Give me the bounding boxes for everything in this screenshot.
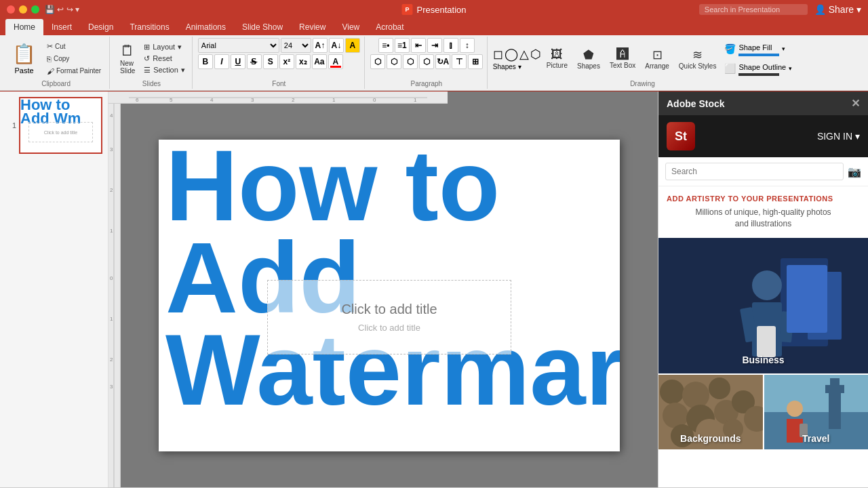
shape-2[interactable]: ◯: [505, 47, 518, 62]
tab-transitions[interactable]: Transitions: [121, 19, 177, 35]
justify-button[interactable]: ⬡: [419, 54, 434, 69]
textbox-button[interactable]: 🅰 Text Box: [606, 46, 639, 70]
layout-button[interactable]: ⊞Layout▾: [141, 42, 188, 52]
svg-text:1: 1: [110, 316, 113, 322]
drawing-group-content: ◻ ◯ △ ⬡ Shapes ▾ 🖼 Picture ⬟: [493, 38, 792, 79]
font-name-select[interactable]: Arial: [198, 38, 279, 53]
new-slide-label: NewSlide: [120, 60, 135, 75]
section-button[interactable]: ☰Section▾: [141, 65, 188, 75]
shape-fill-button[interactable]: 🪣 Shape Fill ▾: [724, 41, 792, 56]
arrange-button[interactable]: ⊡ Arrange: [641, 46, 673, 71]
align-left-button[interactable]: ⬡: [370, 54, 385, 69]
stock-search-input[interactable]: [665, 163, 844, 180]
decrease-font-button[interactable]: A↓: [329, 38, 344, 53]
minimize-window-button[interactable]: [19, 5, 27, 14]
font-group-content: Arial 24 A↑ A↓ A B I U S̶ S x² x₂: [198, 38, 360, 79]
tab-view[interactable]: View: [334, 19, 368, 35]
quick-styles-button[interactable]: ≋ Quick Styles: [675, 46, 721, 71]
tab-review[interactable]: Review: [291, 19, 334, 35]
maximize-window-button[interactable]: [31, 5, 39, 14]
stock-signin-button[interactable]: SIGN IN ▾: [817, 131, 860, 142]
shadow-button[interactable]: S: [263, 54, 278, 69]
strikethrough-button[interactable]: S̶: [247, 54, 262, 69]
slides-group: 🗒 NewSlide ⊞Layout▾ ↺Reset ☰Section▾ Sli…: [111, 37, 193, 89]
slide-canvas[interactable]: How to Add Watermark Click to add title …: [159, 140, 620, 451]
shapes-dropdown[interactable]: Shapes ▾: [493, 63, 541, 70]
bullets-button[interactable]: ≡•: [378, 38, 393, 53]
arrange-icon: ⊡: [652, 47, 663, 62]
ruler-v-svg: 4 3 2 1 0 1 2 3: [108, 104, 119, 487]
align-right-button[interactable]: ⬡: [403, 54, 418, 69]
slides-group-content: 🗒 NewSlide ⊞Layout▾ ↺Reset ☰Section▾: [115, 38, 188, 79]
tab-design[interactable]: Design: [80, 19, 121, 35]
tab-acrobat[interactable]: Acrobat: [368, 19, 412, 35]
format-painter-button[interactable]: 🖌Format Painter: [43, 66, 105, 77]
smartart-button[interactable]: ⊞: [468, 54, 483, 69]
travel-category[interactable]: Travel: [764, 375, 869, 449]
superscript-button[interactable]: x²: [279, 54, 294, 69]
shape-outline-button[interactable]: ⬜ Shape Outline ▾: [724, 60, 792, 76]
quick-styles-icon: ≋: [692, 47, 703, 62]
user-icon[interactable]: 👤 Share ▾: [814, 4, 861, 15]
shape-fill-icon: 🪣: [724, 43, 736, 54]
increase-indent-button[interactable]: ⇥: [427, 38, 442, 53]
svg-point-34: [709, 378, 730, 399]
reset-button[interactable]: ↺Reset: [141, 54, 188, 64]
stock-panel-close[interactable]: ✕: [851, 97, 860, 110]
increase-font-button[interactable]: A↑: [313, 38, 328, 53]
new-slide-button[interactable]: 🗒 NewSlide: [115, 38, 140, 79]
fontcolor-button[interactable]: A: [328, 54, 343, 69]
copy-button[interactable]: ⎘Copy: [43, 54, 105, 64]
clear-format-button[interactable]: A: [345, 38, 360, 53]
paste-button[interactable]: 📋 Paste: [7, 40, 41, 77]
slide-thumb[interactable]: How to Add Wm Click to add title: [19, 97, 102, 154]
paragraph-group-label: Paragraph: [410, 80, 442, 87]
slide-thumb-inner: How to Add Wm Click to add title: [20, 98, 101, 152]
tab-slideshow[interactable]: Slide Show: [234, 19, 291, 35]
underline-button[interactable]: U: [231, 54, 245, 69]
italic-button[interactable]: I: [214, 54, 229, 69]
slide-thumbnails: 1 How to Add Wm Click to add title: [0, 92, 108, 487]
cut-button[interactable]: ✂Cut: [43, 41, 105, 52]
shape-outline-text: Shape Outline: [738, 60, 786, 76]
search-input[interactable]: [699, 4, 808, 15]
picture-button[interactable]: 🖼 Picture: [542, 46, 572, 70]
ruler-h-svg: 6 5 4 3 2 1 0 1 2 3 4 5 6: [129, 92, 427, 103]
svg-text:1: 1: [110, 228, 113, 234]
close-window-button[interactable]: [7, 5, 15, 14]
text-direction-button[interactable]: ↻A: [435, 54, 450, 69]
shape-outline-chevron[interactable]: ▾: [789, 65, 792, 72]
svg-text:4: 4: [210, 97, 214, 103]
columns-button[interactable]: ⫿: [443, 38, 458, 53]
stock-images-area: Business: [658, 238, 868, 487]
numbering-button[interactable]: ≡1: [395, 38, 410, 53]
svg-text:1: 1: [332, 97, 336, 103]
subscript-button[interactable]: x₂: [296, 54, 311, 69]
shape-fill-chevron[interactable]: ▾: [782, 45, 785, 52]
linespacing-button[interactable]: ↕: [460, 38, 475, 53]
slide-content-placeholder[interactable]: Click to add title Click to add title: [267, 280, 511, 354]
tab-animations[interactable]: Animations: [178, 19, 234, 35]
shapes-button[interactable]: ⬟ Shapes: [573, 46, 604, 71]
tab-insert[interactable]: Insert: [43, 19, 80, 35]
font-row-2: B I U S̶ S x² x₂ Aa A: [198, 54, 343, 69]
business-category[interactable]: Business: [658, 238, 868, 373]
font-size-select[interactable]: 24: [281, 38, 311, 53]
title-bar-left: 💾 ↩ ↪ ▾: [7, 5, 79, 14]
shape-3[interactable]: △: [519, 47, 529, 62]
arrange-col: ⊡ Arrange: [641, 46, 673, 71]
watermark-overlay: How to Add Watermark: [159, 140, 620, 416]
backgrounds-category[interactable]: Backgrounds: [658, 375, 763, 449]
align-center-button[interactable]: ⬡: [387, 54, 401, 69]
svg-text:6: 6: [136, 97, 139, 103]
stock-signin-chevron: ▾: [855, 131, 860, 142]
tab-home[interactable]: Home: [5, 19, 43, 35]
decrease-indent-button[interactable]: ⇤: [411, 38, 426, 53]
fontcase-button[interactable]: Aa: [312, 54, 327, 69]
bold-button[interactable]: B: [198, 54, 213, 69]
shape-1[interactable]: ◻: [493, 47, 503, 62]
camera-icon[interactable]: 📷: [848, 165, 861, 178]
shape-4[interactable]: ⬡: [530, 47, 541, 62]
drawing-group: ◻ ◯ △ ⬡ Shapes ▾ 🖼 Picture ⬟: [489, 37, 796, 89]
valign-button[interactable]: ⊤: [452, 54, 467, 69]
